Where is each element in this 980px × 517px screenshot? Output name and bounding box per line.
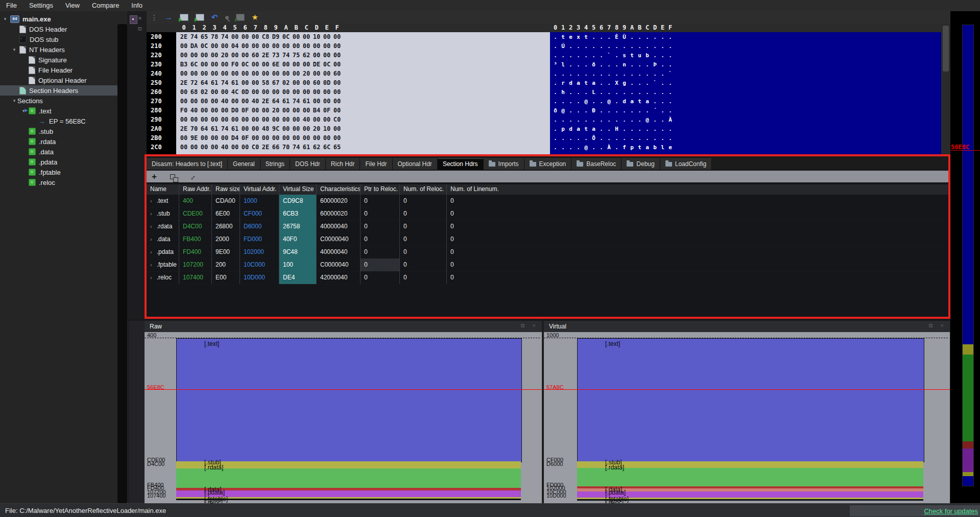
hex-byte-row[interactable]: 009E000000D40F000000000000000000 <box>179 134 347 144</box>
hex-byte[interactable]: 60 <box>250 52 260 59</box>
hex-byte[interactable]: 10 <box>312 33 322 40</box>
menu-item-compare[interactable]: Compare <box>86 0 125 11</box>
ascii-char[interactable]: . <box>552 80 559 86</box>
ascii-char[interactable]: ³ <box>552 61 559 68</box>
hex-byte[interactable]: 00 <box>322 70 332 77</box>
hex-byte[interactable]: 9E <box>189 134 199 142</box>
ascii-char[interactable]: . <box>666 52 674 59</box>
hex-byte[interactable]: 02 <box>281 79 291 86</box>
row-expander-icon[interactable]: › <box>150 210 152 217</box>
ascii-char[interactable]: . <box>651 34 659 40</box>
ascii-row[interactable]: .rdata..Xg...`.. <box>552 80 679 89</box>
hex-byte-row[interactable]: 00000000000000000000000020000060 <box>179 70 347 79</box>
section-band-pdata[interactable] <box>577 491 923 498</box>
hex-byte[interactable]: 00 <box>260 134 271 142</box>
hex-byte[interactable]: 00 <box>240 98 250 105</box>
ascii-char[interactable]: . <box>575 89 582 96</box>
ascii-row[interactable]: ...............` <box>552 70 679 80</box>
hex-byte[interactable]: 00 <box>291 88 301 96</box>
column-header-virtual_size[interactable]: Virtual Size <box>279 184 316 195</box>
ascii-char[interactable]: . <box>605 43 613 50</box>
hex-byte[interactable]: 00 <box>322 88 332 96</box>
hex-byte[interactable]: 00 <box>240 70 250 77</box>
ascii-char[interactable]: . <box>597 61 605 68</box>
hex-byte[interactable]: 00 <box>220 70 230 77</box>
hex-byte[interactable]: 20 <box>220 52 230 59</box>
hex-byte[interactable]: 00 <box>240 42 250 50</box>
ascii-char[interactable]: @ <box>559 107 567 114</box>
hex-byte[interactable]: 00 <box>332 125 342 132</box>
ascii-row[interactable]: .......`.stub... <box>552 52 679 61</box>
ascii-char[interactable]: . <box>590 144 597 151</box>
ascii-char[interactable]: . <box>590 116 597 123</box>
hex-byte[interactable]: 00 <box>240 33 250 40</box>
hex-byte[interactable]: 65 <box>199 33 209 40</box>
hex-byte[interactable]: 00 <box>322 52 332 59</box>
ascii-char[interactable]: . <box>666 61 674 68</box>
ascii-char[interactable]: . <box>613 98 620 105</box>
hex-byte[interactable]: 04 <box>230 42 240 50</box>
ascii-char[interactable]: . <box>575 61 582 68</box>
ascii-char[interactable]: . <box>636 135 643 142</box>
hex-byte[interactable]: 00 <box>260 88 271 96</box>
hex-byte[interactable]: 00 <box>322 33 332 40</box>
hex-byte[interactable]: 00 <box>230 52 240 59</box>
ascii-char[interactable]: . <box>559 116 567 123</box>
hex-byte[interactable]: 74 <box>291 144 301 151</box>
ascii-char[interactable]: . <box>567 98 575 105</box>
hex-byte[interactable]: 00 <box>291 107 301 114</box>
ascii-char[interactable]: . <box>643 70 651 77</box>
ascii-char[interactable]: . <box>666 43 674 50</box>
ascii-char[interactable]: . <box>559 52 567 59</box>
ascii-char[interactable]: l <box>559 61 567 68</box>
hex-view-scrollbar[interactable] <box>941 24 950 154</box>
ascii-char[interactable]: . <box>605 126 613 132</box>
tab-strings[interactable]: Strings <box>260 158 290 170</box>
hex-byte[interactable]: 0C <box>240 61 250 68</box>
row-expander-icon[interactable]: › <box>150 262 152 268</box>
hex-byte[interactable]: 74 <box>220 33 230 40</box>
hex-byte[interactable]: 00 <box>220 88 230 96</box>
ascii-char[interactable]: a <box>628 98 636 105</box>
hex-byte[interactable]: 40 <box>301 116 312 123</box>
hex-byte[interactable]: 0F <box>240 107 250 114</box>
hex-byte[interactable]: 00 <box>332 107 342 114</box>
hex-byte[interactable]: 6C <box>322 144 332 151</box>
ascii-char[interactable]: . <box>636 34 643 40</box>
hex-byte[interactable]: 00 <box>199 98 209 105</box>
ascii-char[interactable]: . <box>659 52 666 59</box>
ascii-char[interactable]: . <box>636 89 643 96</box>
hex-byte[interactable]: 00 <box>199 70 209 77</box>
ascii-char[interactable]: b <box>651 144 659 151</box>
hex-byte-row[interactable]: 000000000000000000000000400000C0 <box>179 116 347 125</box>
hex-byte[interactable]: 00 <box>322 98 332 105</box>
ascii-char[interactable]: . <box>651 135 659 142</box>
hex-byte[interactable]: 00 <box>291 61 301 68</box>
ascii-char[interactable]: . <box>651 52 659 59</box>
ascii-char[interactable]: . <box>628 43 636 50</box>
hex-byte-row[interactable]: 00DA0C00000400000000000000000000 <box>179 42 347 52</box>
ascii-char[interactable]: . <box>567 61 575 68</box>
hex-byte[interactable]: 61 <box>230 79 240 86</box>
ascii-char[interactable]: . <box>643 43 651 50</box>
ascii-char[interactable]: t <box>582 80 590 86</box>
ascii-char[interactable]: . <box>605 70 613 77</box>
hex-byte[interactable]: 00 <box>189 116 199 123</box>
ascii-char[interactable]: . <box>605 89 613 96</box>
ascii-char[interactable]: . <box>552 98 559 105</box>
ascii-char[interactable]: @ <box>582 144 590 151</box>
hex-byte[interactable]: 4C <box>230 88 240 96</box>
ascii-char[interactable]: . <box>552 70 559 77</box>
ascii-char[interactable]: h <box>559 89 567 96</box>
tree-scrollbar[interactable] <box>117 24 127 503</box>
ascii-char[interactable]: . <box>628 80 636 86</box>
ascii-char[interactable]: . <box>605 116 613 123</box>
ascii-char[interactable]: . <box>643 34 651 40</box>
hex-byte[interactable]: 00 <box>199 61 209 68</box>
hex-byte[interactable]: F0 <box>230 61 240 68</box>
ascii-char[interactable]: . <box>620 70 628 77</box>
column-header-name[interactable]: Name <box>147 184 179 195</box>
hex-view[interactable]: .text...ÈÙ.......Ú.....................`… <box>147 32 941 154</box>
ascii-char[interactable]: . <box>659 80 666 86</box>
hex-byte[interactable]: 00 <box>209 61 220 68</box>
